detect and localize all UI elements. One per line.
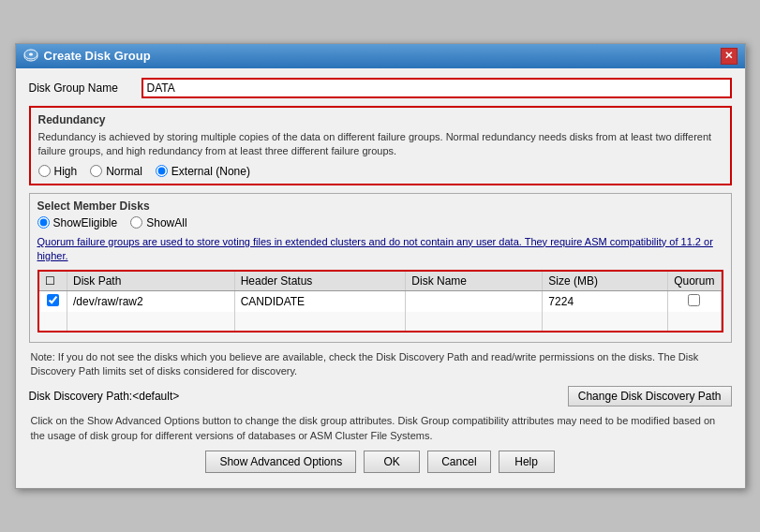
redundancy-high-radio[interactable] bbox=[38, 165, 51, 177]
change-disk-discovery-button[interactable]: Change Disk Discovery Path bbox=[568, 386, 732, 406]
member-disks-section: Select Member Disks ShowEligible ShowAll… bbox=[29, 193, 732, 343]
main-content: Disk Group Name Redundancy Redundancy is… bbox=[16, 68, 745, 488]
title-bar-left: Create Disk Group bbox=[23, 49, 151, 64]
redundancy-normal-radio[interactable] bbox=[90, 165, 102, 177]
cancel-button[interactable]: Cancel bbox=[427, 451, 490, 473]
redundancy-high-option[interactable]: High bbox=[38, 165, 78, 178]
close-button[interactable]: ✕ bbox=[721, 48, 738, 65]
discovery-path-label: Disk Discovery Path:<default> bbox=[29, 390, 180, 403]
discovery-note: Note: If you do not see the disks which … bbox=[29, 350, 732, 379]
empty-check bbox=[39, 312, 67, 331]
disk-table-header: ☐ Disk Path Header Status Disk Name Size… bbox=[39, 272, 722, 291]
col-size-mb: Size (MB) bbox=[543, 272, 668, 291]
member-disks-title: Select Member Disks bbox=[37, 200, 723, 213]
disk-table: ☐ Disk Path Header Status Disk Name Size… bbox=[39, 272, 722, 331]
row1-size-mb: 7224 bbox=[543, 290, 668, 312]
advanced-note: Click on the Show Advanced Options butto… bbox=[29, 414, 732, 443]
row1-disk-name bbox=[406, 290, 543, 312]
window-title: Create Disk Group bbox=[44, 49, 151, 63]
help-button[interactable]: Help bbox=[499, 451, 555, 473]
redundancy-section: Redundancy Redundancy is achieved by sto… bbox=[29, 106, 732, 185]
redundancy-normal-option[interactable]: Normal bbox=[90, 165, 142, 178]
show-eligible-radio[interactable] bbox=[37, 216, 50, 229]
show-options-group: ShowEligible ShowAll bbox=[37, 216, 723, 229]
redundancy-title: Redundancy bbox=[38, 113, 723, 126]
disk-icon bbox=[23, 49, 38, 64]
empty-path bbox=[67, 312, 235, 331]
disk-table-body: /dev/raw/raw2 CANDIDATE 7224 bbox=[39, 290, 722, 331]
create-disk-group-window: Create Disk Group ✕ Disk Group Name Redu… bbox=[15, 43, 746, 489]
row1-quorum[interactable] bbox=[668, 290, 721, 312]
discovery-path-row: Disk Discovery Path:<default> Change Dis… bbox=[29, 386, 732, 406]
redundancy-external-radio[interactable] bbox=[156, 165, 168, 177]
empty-size bbox=[543, 312, 668, 331]
col-check: ☐ bbox=[39, 272, 67, 291]
redundancy-high-label: High bbox=[54, 165, 78, 178]
empty-name bbox=[406, 312, 543, 331]
col-disk-path: Disk Path bbox=[67, 272, 235, 291]
row1-checkbox[interactable] bbox=[47, 294, 59, 306]
row1-header-status: CANDIDATE bbox=[234, 290, 406, 312]
redundancy-external-label: External (None) bbox=[171, 165, 250, 178]
redundancy-description: Redundancy is achieved by storing multip… bbox=[38, 130, 723, 159]
show-eligible-option[interactable]: ShowEligible bbox=[37, 216, 118, 229]
col-header-status: Header Status bbox=[234, 272, 406, 291]
col-quorum: Quorum bbox=[668, 272, 721, 291]
ok-button[interactable]: OK bbox=[364, 451, 420, 473]
button-row: Show Advanced Options OK Cancel Help bbox=[29, 451, 732, 479]
table-row: /dev/raw/raw2 CANDIDATE 7224 bbox=[39, 290, 722, 312]
row1-check[interactable] bbox=[39, 290, 67, 312]
row1-disk-path: /dev/raw/raw2 bbox=[67, 290, 235, 312]
show-all-radio[interactable] bbox=[130, 216, 142, 229]
show-all-label: ShowAll bbox=[146, 216, 186, 229]
row1-quorum-checkbox[interactable] bbox=[688, 294, 700, 306]
disk-table-header-row: ☐ Disk Path Header Status Disk Name Size… bbox=[39, 272, 722, 291]
redundancy-normal-label: Normal bbox=[106, 165, 142, 178]
disk-group-name-row: Disk Group Name bbox=[29, 78, 732, 98]
quorum-note: Quorum failure groups are used to store … bbox=[37, 235, 723, 264]
col-disk-name: Disk Name bbox=[406, 272, 543, 291]
empty-status bbox=[234, 312, 406, 331]
table-row bbox=[39, 312, 722, 331]
show-advanced-options-button[interactable]: Show Advanced Options bbox=[205, 451, 356, 473]
redundancy-external-option[interactable]: External (None) bbox=[156, 165, 250, 178]
title-bar: Create Disk Group ✕ bbox=[16, 44, 745, 68]
empty-quorum bbox=[668, 312, 721, 331]
disk-table-wrapper: ☐ Disk Path Header Status Disk Name Size… bbox=[37, 270, 723, 332]
svg-point-2 bbox=[29, 52, 33, 55]
disk-group-name-label: Disk Group Name bbox=[29, 81, 142, 95]
disk-group-name-input[interactable] bbox=[142, 78, 732, 98]
redundancy-radio-group: High Normal External (None) bbox=[38, 165, 723, 178]
show-eligible-label: ShowEligible bbox=[53, 216, 118, 229]
show-all-option[interactable]: ShowAll bbox=[130, 216, 186, 229]
